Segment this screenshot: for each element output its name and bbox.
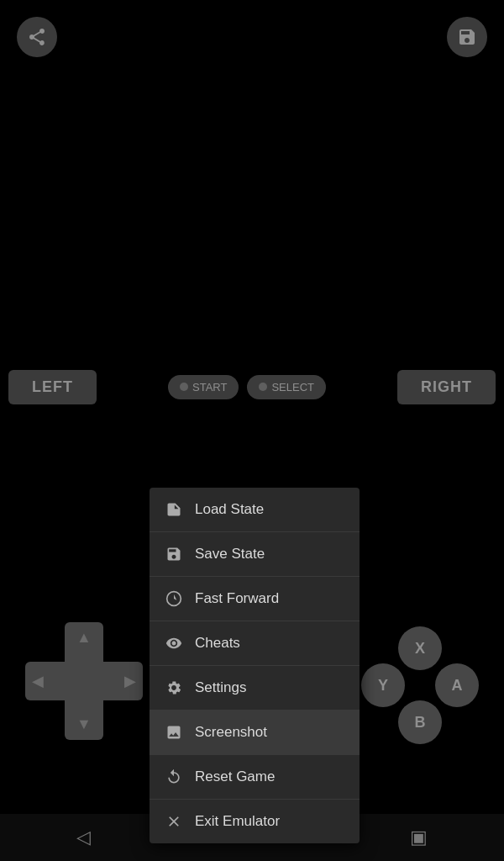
load-state-icon xyxy=(165,500,183,519)
menu-item-cheats[interactable]: Cheats xyxy=(150,621,360,666)
load-state-label: Load State xyxy=(195,501,264,518)
exit-emulator-label: Exit Emulator xyxy=(195,813,280,830)
menu-item-save-state[interactable]: Save State xyxy=(150,532,360,577)
screenshot-label: Screenshot xyxy=(195,724,267,741)
exit-emulator-icon xyxy=(165,812,183,831)
fast-forward-icon xyxy=(165,589,183,608)
save-state-icon xyxy=(165,545,183,563)
reset-game-label: Reset Game xyxy=(195,769,275,785)
menu-item-fast-forward[interactable]: Fast Forward xyxy=(150,577,360,621)
cheats-label: Cheats xyxy=(195,635,240,652)
menu-item-exit-emulator[interactable]: Exit Emulator xyxy=(150,800,360,843)
reset-game-icon xyxy=(165,768,183,786)
settings-label: Settings xyxy=(195,679,246,696)
cheats-icon xyxy=(165,634,183,652)
save-state-label: Save State xyxy=(195,546,265,563)
fast-forward-label: Fast Forward xyxy=(195,590,279,607)
menu-item-screenshot[interactable]: Screenshot xyxy=(150,710,360,755)
menu-item-load-state[interactable]: Load State xyxy=(150,488,360,532)
context-menu: Load StateSave StateFast ForwardCheatsSe… xyxy=(150,488,360,843)
menu-item-reset-game[interactable]: Reset Game xyxy=(150,755,360,800)
menu-item-settings[interactable]: Settings xyxy=(150,666,360,710)
screenshot-icon xyxy=(165,723,183,742)
settings-icon xyxy=(165,679,183,697)
